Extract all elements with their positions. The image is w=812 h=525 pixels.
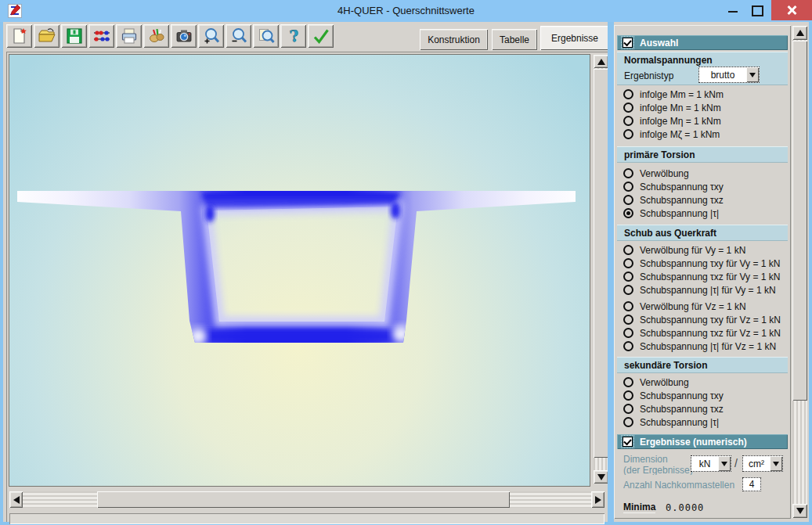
radio-icon[interactable] xyxy=(623,390,633,401)
scroll-right-icon[interactable] xyxy=(591,491,604,508)
radio-icon[interactable] xyxy=(623,102,633,113)
zoom-out-button[interactable] xyxy=(226,24,251,48)
zoom-page-icon xyxy=(257,27,276,45)
radio-icon[interactable] xyxy=(623,377,633,387)
canvas-hscroll-thumb[interactable] xyxy=(97,491,510,508)
radio-row[interactable]: Schubspannung τxz xyxy=(623,403,789,415)
sidebar-vertical-scrollbar[interactable] xyxy=(792,26,807,518)
radio-icon[interactable] xyxy=(623,245,633,255)
scroll-up-icon[interactable] xyxy=(594,55,608,68)
radio-row[interactable]: Schubspannung |τ| xyxy=(623,416,789,428)
radio-icon[interactable] xyxy=(623,89,633,99)
radio-label: Schubspannung |τ| xyxy=(640,417,719,428)
help-button[interactable]: ? xyxy=(280,24,306,48)
radio-label: infolge Mm = 1 kNm xyxy=(640,89,724,100)
save-button[interactable] xyxy=(61,24,87,48)
radio-icon[interactable] xyxy=(623,417,633,427)
radio-icon[interactable] xyxy=(623,208,633,218)
unit-area-dropdown[interactable]: cm² xyxy=(742,455,783,472)
canvas-horizontal-scrollbar[interactable] xyxy=(9,491,604,508)
radio-row[interactable]: Schubspannung |τ| für Vy = 1 kN xyxy=(623,284,789,296)
print-button[interactable] xyxy=(116,24,142,48)
radio-row[interactable]: Schubspannung τxy für Vy = 1 kN xyxy=(623,257,789,269)
tab-tabelle[interactable]: Tabelle xyxy=(492,29,537,50)
radio-icon[interactable] xyxy=(623,341,633,351)
radio-label: Schubspannung τxz xyxy=(640,195,724,206)
canvas-vertical-scrollbar[interactable] xyxy=(594,55,608,484)
normalspannungen-title: Normalspannungen xyxy=(624,55,713,66)
radio-icon[interactable] xyxy=(623,315,633,325)
radio-row[interactable]: Schubspannung τxz für Vz = 1 kN xyxy=(623,327,789,339)
decimals-input[interactable]: 4 xyxy=(742,477,761,491)
unit-force-dropdown[interactable]: kN xyxy=(691,455,731,472)
radio-row[interactable]: Schubspannung τxy xyxy=(623,181,789,192)
tab-ergebnisse[interactable]: Ergebnisse xyxy=(540,26,609,50)
radio-row[interactable]: Schubspannung |τ| für Vz = 1 kN xyxy=(623,340,789,352)
radio-row[interactable]: Schubspannung τxy xyxy=(623,390,789,401)
radio-icon[interactable] xyxy=(623,258,633,268)
radio-row[interactable]: Schubspannung τxz für Vy = 1 kN xyxy=(623,271,789,282)
maximize-icon[interactable] xyxy=(752,5,763,16)
radio-row[interactable]: infolge Mζ = 1 kNm xyxy=(623,128,789,140)
radio-label: Verwölbung xyxy=(640,377,689,388)
radio-row[interactable]: infolge Mn = 1 kNm xyxy=(623,102,789,113)
svg-text:?: ? xyxy=(288,27,300,45)
decimals-label: Anzahl Nachkommastellen xyxy=(623,479,789,491)
divider xyxy=(608,22,614,522)
dropdown-arrow-icon[interactable] xyxy=(718,456,731,471)
radio-row[interactable]: Verwölbung xyxy=(623,376,789,388)
apply-button[interactable] xyxy=(308,24,334,48)
scroll-left-icon[interactable] xyxy=(9,491,23,508)
radio-label: Schubspannung τxz für Vy = 1 kN xyxy=(640,271,780,282)
cross-section-plot[interactable] xyxy=(9,55,590,486)
radio-row[interactable]: Verwölbung xyxy=(623,167,789,179)
radio-icon[interactable] xyxy=(623,285,633,295)
radio-row[interactable]: Schubspannung τxy für Vz = 1 kN xyxy=(623,314,789,325)
ergebnisse-numerisch-checkbox[interactable] xyxy=(623,437,633,447)
radio-icon[interactable] xyxy=(623,168,633,178)
radio-label: infolge Mη = 1 kNm xyxy=(640,116,721,127)
radio-row[interactable]: infolge Mη = 1 kNm xyxy=(623,115,789,127)
ergebnisse-numerisch-header[interactable]: Ergebnisse (numerisch) xyxy=(617,434,788,449)
canvas-vscroll-thumb[interactable] xyxy=(594,69,608,458)
dropdown-arrow-icon[interactable] xyxy=(746,67,759,82)
sidebar-vscroll-thumb[interactable] xyxy=(792,41,807,401)
scroll-down-icon[interactable] xyxy=(594,470,608,484)
new-document-button[interactable] xyxy=(6,24,32,48)
snapshot-button[interactable] xyxy=(171,24,197,48)
close-button[interactable] xyxy=(771,0,812,20)
radio-row[interactable]: Schubspannung |τ| xyxy=(623,207,789,219)
ergebnistyp-dropdown[interactable]: brutto xyxy=(698,67,760,83)
radio-row[interactable]: Verwölbung für Vz = 1 kN xyxy=(623,300,789,312)
radio-label: Schubspannung τxy xyxy=(640,182,724,192)
tab-konstruktion[interactable]: Konstruktion xyxy=(420,29,488,50)
scroll-up-icon[interactable] xyxy=(792,26,807,40)
radio-row[interactable]: Schubspannung τxz xyxy=(623,194,789,206)
zoom-fit-button[interactable] xyxy=(253,24,279,48)
plot-settings-button[interactable] xyxy=(143,24,169,48)
radio-icon[interactable] xyxy=(623,182,633,192)
zoom-in-button[interactable] xyxy=(198,24,224,48)
calculation-options-button[interactable] xyxy=(88,24,114,48)
radio-icon[interactable] xyxy=(623,404,633,414)
radio-label: Schubspannung τxz für Vz = 1 kN xyxy=(640,328,781,339)
scroll-down-icon[interactable] xyxy=(792,504,807,518)
radio-row[interactable]: Verwölbung für Vy = 1 kN xyxy=(623,244,789,256)
window-title: 4H-QUER - Querschnittswerte xyxy=(0,5,812,16)
radio-icon[interactable] xyxy=(623,271,633,282)
dropdown-arrow-icon[interactable] xyxy=(770,456,782,471)
ergebnistyp-label: Ergebnistyp xyxy=(624,70,673,81)
check-icon xyxy=(312,27,330,45)
drawing-area xyxy=(6,52,608,522)
unit-separator: / xyxy=(734,457,738,469)
radio-row[interactable]: infolge Mm = 1 kNm xyxy=(623,88,789,100)
radio-icon[interactable] xyxy=(623,301,633,311)
open-file-button[interactable] xyxy=(34,24,60,48)
radio-icon[interactable] xyxy=(623,116,633,126)
minimize-icon[interactable] xyxy=(728,11,738,13)
radio-icon[interactable] xyxy=(623,328,633,338)
radio-icon[interactable] xyxy=(623,129,633,139)
auswahl-header[interactable]: Auswahl xyxy=(617,35,788,50)
auswahl-checkbox[interactable] xyxy=(623,38,633,48)
radio-icon[interactable] xyxy=(623,195,633,205)
